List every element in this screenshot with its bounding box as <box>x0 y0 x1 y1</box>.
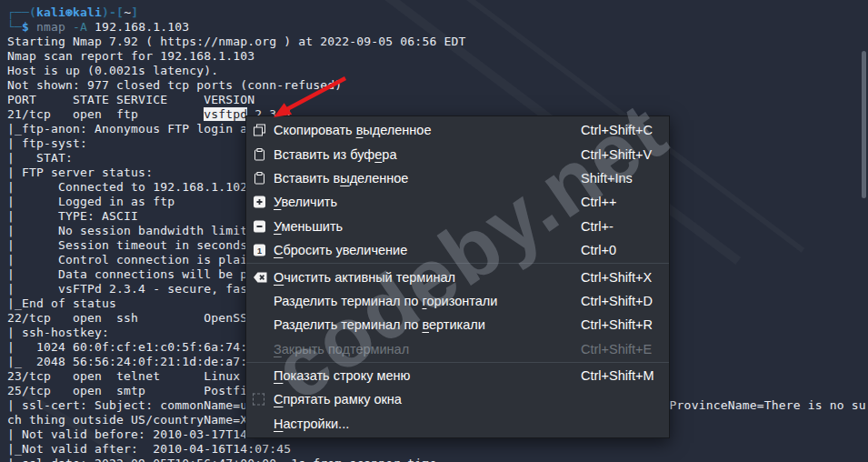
menu-item-zoom-out[interactable]: УменьшитьCtrl+- <box>246 215 669 238</box>
menu-item-shortcut: Ctrl+Shift+C <box>581 123 653 137</box>
menu-item-label: Вставить из буфера <box>274 147 397 162</box>
zoom-reset-icon: 1 <box>253 244 268 257</box>
terminal-text: )-[ <box>102 5 124 19</box>
terminal-text: | TYPE: ASCII <box>7 209 138 223</box>
terminal-text: | FTP server status: <box>7 166 153 179</box>
menu-item-label: Скопировать выделенное <box>274 123 431 137</box>
terminal-text: 21/tcp open ftp <box>7 107 204 121</box>
terminal-line: |_Not valid after: 2010-04-16T14:07:45 <box>7 442 866 457</box>
menu-item-copy-selection[interactable]: Скопировать выделенноеCtrl+Shift+C <box>246 118 669 142</box>
terminal-line: Host is up (0.0021s latency). <box>7 64 866 78</box>
menu-item-close-subterminal: Закрыть подтерминалCtrl+Shift+E <box>246 337 669 361</box>
menu-item-split-terminal-horizontal[interactable]: Разделить терминал по горизонталиCtrl+Sh… <box>246 289 669 313</box>
menu-item-label: Настройки... <box>274 417 349 431</box>
terminal-text: | STAT: <box>7 151 80 165</box>
menu-item-shortcut: Ctrl+Shift+D <box>581 294 653 308</box>
menu-item-label: Очистить активный терминал <box>274 270 455 285</box>
menu-separator <box>246 263 669 264</box>
terminal-text: | Logged in as ftp <box>7 195 175 208</box>
terminal-text: | Connected to 192.168.1.102 <box>7 180 247 194</box>
terminal-text: kali⊛kali <box>36 5 102 19</box>
terminal-text: PORT STATE SERVICE VERSION <box>7 93 254 106</box>
menu-item-settings[interactable]: Настройки... <box>246 412 669 436</box>
context-menu: Скопировать выделенноеCtrl+Shift+CВстави… <box>245 116 670 438</box>
menu-item-shortcut: Ctrl+Shift+E <box>581 342 652 357</box>
terminal-text: Host is up (0.0021s latency). <box>7 64 218 77</box>
menu-item-shortcut: Ctrl+Shift+X <box>581 270 652 285</box>
terminal-line: |_ssl-date: 2022-09-05T10:56:47+00:00; 1… <box>7 457 866 462</box>
paste-icon <box>253 147 268 161</box>
terminal-line: Nmap scan report for 192.168.1.103 <box>7 49 866 64</box>
paste-icon <box>253 171 268 185</box>
terminal-window: ┌──(kali⊛kali)-[~]└─$ nmap -A 192.168.1.… <box>0 0 868 462</box>
menu-item-paste-clipboard[interactable]: Вставить из буфераCtrl+Shift+V <box>246 142 669 166</box>
terminal-line: └─$ nmap -A 192.168.1.103 <box>7 20 866 35</box>
menu-item-shortcut: Ctrl+Shift+R <box>581 317 653 332</box>
selected-text: vsftpd <box>204 107 247 121</box>
menu-item-show-menu-bar[interactable]: Показать строку менюCtrl+Shift+M <box>246 364 669 387</box>
menu-item-hide-window-borders[interactable]: Спрятать рамку окна <box>246 387 669 411</box>
copy-icon <box>253 124 268 137</box>
terminal-text: Starting Nmap 7.92 ( https://nmap.org ) … <box>7 35 465 48</box>
checkbox-icon <box>253 393 268 407</box>
terminal-text: |_End of status <box>7 296 116 310</box>
terminal-text: ┌──( <box>7 5 36 19</box>
scrollbar-thumb[interactable] <box>862 51 866 198</box>
terminal-text: | ftp-syst: <box>7 136 95 150</box>
menu-item-clear-active-terminal[interactable]: Очистить активный терминалCtrl+Shift+X <box>246 265 669 288</box>
menu-item-label: Разделить терминал по горизонтали <box>274 294 497 308</box>
terminal-text: 192.168.1.103 <box>87 20 189 34</box>
menu-item-label: Закрыть подтерминал <box>274 342 409 357</box>
menu-item-label: Спрятать рамку окна <box>274 392 402 407</box>
terminal-text: -A <box>73 20 87 34</box>
terminal-text: ch thing outside US/countryName=XX <box>7 413 254 427</box>
menu-item-shortcut: Ctrl+0 <box>581 243 616 257</box>
terminal-text: nmap <box>36 20 65 34</box>
terminal-text: ] <box>131 5 138 19</box>
menu-item-label: Показать строку меню <box>274 368 410 383</box>
menu-item-label: Сбросить увеличение <box>274 243 407 257</box>
svg-text:1: 1 <box>257 246 262 256</box>
menu-separator <box>246 362 669 363</box>
terminal-text: |_Not valid after: 2010-04-16T14:07:45 <box>7 442 291 456</box>
menu-item-split-terminal-vertical[interactable]: Разделить терминал по вертикалиCtrl+Shif… <box>246 313 669 336</box>
menu-item-shortcut: Shift+Ins <box>581 171 633 186</box>
menu-item-shortcut: Ctrl+Shift+M <box>581 368 654 383</box>
terminal-text: | ssh-hostkey: <box>7 326 116 339</box>
menu-item-label: Вставить выделенное <box>274 171 408 186</box>
menu-item-zoom-reset[interactable]: 1Сбросить увеличениеCtrl+0 <box>246 238 669 262</box>
zoom-out-icon <box>253 219 268 233</box>
menu-item-label: Разделить терминал по вертикали <box>274 317 485 332</box>
terminal-text: └─ <box>7 20 22 34</box>
terminal-line: PORT STATE SERVICE VERSION <box>7 93 866 107</box>
terminal-text <box>65 20 73 34</box>
terminal-line: Starting Nmap 7.92 ( https://nmap.org ) … <box>7 35 866 49</box>
terminal-text <box>29 20 36 34</box>
terminal-text: |_ssl-date: 2022-09-05T10:56:47+00:00; 1… <box>7 457 444 462</box>
menu-item-shortcut: Ctrl+Shift+V <box>581 147 652 162</box>
terminal-line: Not shown: 977 closed tcp ports (conn-re… <box>7 78 866 93</box>
terminal-line: ┌──(kali⊛kali)-[~] <box>7 5 866 20</box>
terminal-text: Nmap scan report for 192.168.1.103 <box>7 49 254 63</box>
terminal-text: Not shown: 977 closed tcp ports (conn-re… <box>7 78 342 92</box>
terminal-text: | No session bandwidth limit <box>7 224 247 237</box>
menu-item-shortcut: Ctrl+- <box>581 219 614 234</box>
menu-item-paste-selection[interactable]: Вставить выделенноеShift+Ins <box>246 166 669 190</box>
clear-icon <box>253 270 268 284</box>
terminal-text: $ <box>22 20 29 34</box>
menu-item-shortcut: Ctrl++ <box>581 195 617 209</box>
menu-item-label: Увеличить <box>274 195 337 209</box>
zoom-in-icon <box>253 196 268 209</box>
menu-item-zoom-in[interactable]: УвеличитьCtrl++ <box>246 190 669 214</box>
terminal-text: ~ <box>124 5 131 19</box>
menu-item-label: Уменьшить <box>274 219 343 234</box>
